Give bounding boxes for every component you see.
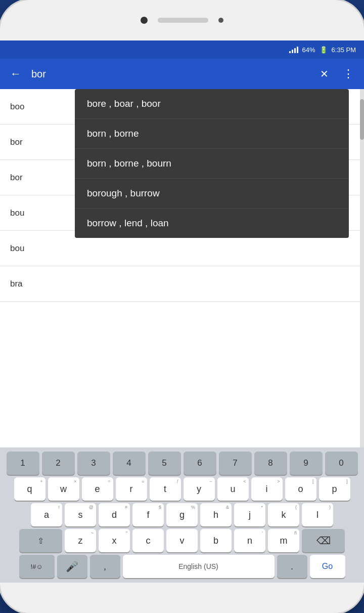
key-n[interactable]: 'n [234, 529, 265, 552]
key-5[interactable]: 5 [148, 452, 181, 475]
search-input-container: bor [31, 68, 310, 80]
key-6[interactable]: 6 [184, 452, 216, 475]
phone-screen: 64% 🔋 6:35 PM ← bor ✕ ⋮ boo bor [0, 40, 364, 583]
key-w[interactable]: ×w [48, 477, 79, 501]
key-a[interactable]: !a [31, 503, 62, 526]
battery-icon: 🔋 [320, 46, 328, 54]
key-b[interactable]: b [200, 529, 232, 552]
keyboard-number-row: 1 2 3 4 5 6 7 8 9 0 [2, 452, 362, 475]
mic-key[interactable]: 🎤 [57, 555, 87, 578]
go-key[interactable]: Go [310, 555, 345, 578]
key-2[interactable]: 2 [42, 452, 75, 475]
key-s[interactable]: @s [65, 503, 96, 526]
key-j[interactable]: *j [234, 503, 265, 526]
keyboard-row-2: !a @s #d $f %g &h *j (k )l [2, 503, 362, 526]
main-content: boo bor bor bou bou bra [0, 89, 364, 447]
key-i[interactable]: >i [251, 477, 283, 501]
key-u[interactable]: <u [217, 477, 249, 501]
phone-frame: 64% 🔋 6:35 PM ← bor ✕ ⋮ boo bor [0, 0, 364, 613]
key-4[interactable]: 4 [113, 452, 146, 475]
key-e[interactable]: ÷e [82, 477, 113, 501]
status-bar: 64% 🔋 6:35 PM [0, 40, 364, 59]
key-o[interactable]: [o [285, 477, 316, 501]
space-key[interactable]: English (US) [123, 555, 275, 578]
key-q[interactable]: +q [14, 477, 46, 501]
comma-key[interactable]: , [90, 555, 120, 578]
search-input[interactable]: bor [31, 68, 310, 80]
key-9[interactable]: 9 [290, 452, 323, 475]
key-g[interactable]: %g [166, 503, 198, 526]
key-m[interactable]: ñm [268, 529, 299, 552]
key-c[interactable]: c [132, 529, 164, 552]
shift-key[interactable]: ⇧ [19, 529, 62, 552]
key-r[interactable]: =r [116, 477, 147, 501]
key-8[interactable]: 8 [254, 452, 287, 475]
scrollbar[interactable] [360, 89, 364, 447]
keyboard-row-3: ⇧ ~z "x c v b 'n ñm ⌫ [2, 529, 362, 552]
autocomplete-item-1[interactable]: born , borne [75, 119, 349, 149]
signal-bar-4 [297, 47, 298, 53]
battery-percent: 64% [302, 46, 315, 54]
key-y[interactable]: −y [184, 477, 215, 501]
autocomplete-item-3[interactable]: borough , burrow [75, 179, 349, 209]
key-t[interactable]: /t [150, 477, 181, 501]
signal-bar-2 [292, 50, 293, 53]
keyboard-row-1: +q ×w ÷e =r /t −y <u >i [o ]p [2, 477, 362, 501]
autocomplete-item-2[interactable]: born , borne , bourn [75, 149, 349, 179]
key-7[interactable]: 7 [219, 452, 252, 475]
phone-top-bezel [0, 0, 364, 40]
special-chars-key[interactable]: !#☺ [19, 555, 55, 578]
autocomplete-dropdown: bore , boar , boor born , borne born , b… [75, 89, 349, 238]
key-h[interactable]: &h [200, 503, 232, 526]
list-item[interactable]: bra [0, 266, 364, 302]
clear-button[interactable]: ✕ [316, 64, 333, 84]
search-bar: ← bor ✕ ⋮ [0, 59, 364, 89]
speaker [158, 18, 208, 23]
back-button[interactable]: ← [6, 63, 25, 85]
signal-bar-3 [294, 48, 296, 53]
key-k[interactable]: (k [268, 503, 299, 526]
keyboard: 1 2 3 4 5 6 7 8 9 0 +q ×w ÷e =r /t −y <u… [0, 447, 364, 583]
keyboard-bottom-row: !#☺ 🎤 , English (US) . Go [2, 555, 362, 578]
key-p[interactable]: ]p [319, 477, 350, 501]
key-l[interactable]: )l [302, 503, 333, 526]
period-key[interactable]: . [277, 555, 307, 578]
signal-bars [289, 46, 298, 53]
key-d[interactable]: #d [99, 503, 130, 526]
key-3[interactable]: 3 [77, 452, 110, 475]
camera [141, 17, 148, 24]
key-0[interactable]: 0 [325, 452, 358, 475]
autocomplete-item-4[interactable]: borrow , lend , loan [75, 209, 349, 238]
clock: 6:35 PM [332, 46, 356, 54]
phone-bottom-bezel [0, 583, 364, 613]
signal-bar-1 [289, 51, 291, 53]
front-camera [218, 18, 223, 23]
delete-key[interactable]: ⌫ [302, 529, 345, 552]
key-1[interactable]: 1 [7, 452, 39, 475]
key-f[interactable]: $f [132, 503, 164, 526]
key-z[interactable]: ~z [65, 529, 96, 552]
key-v[interactable]: v [166, 529, 198, 552]
menu-button[interactable]: ⋮ [339, 63, 358, 85]
key-x[interactable]: "x [99, 529, 130, 552]
scrollbar-thumb[interactable] [360, 99, 364, 140]
autocomplete-item-0[interactable]: bore , boar , boor [75, 89, 349, 119]
